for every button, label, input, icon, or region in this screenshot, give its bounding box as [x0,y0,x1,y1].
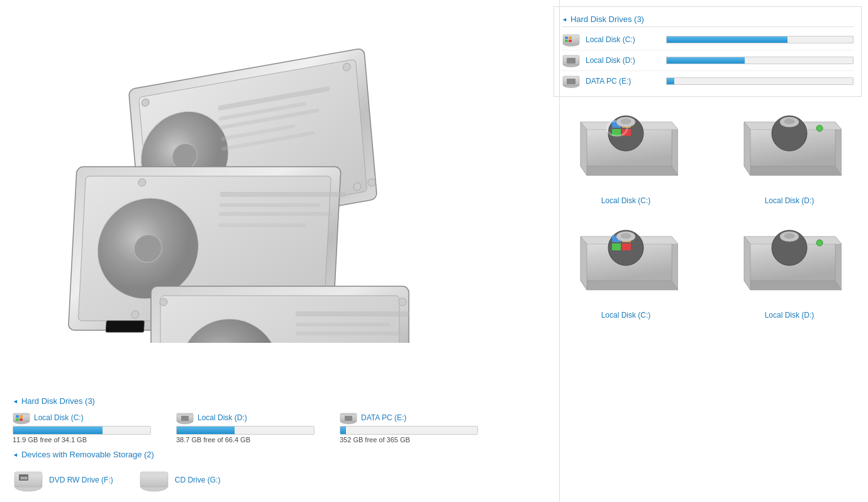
right-disk-c-bar [666,36,854,43]
right-disk-d-row: Local Disk (D:) [562,50,854,71]
disk-d-header: Local Disk (D:) [176,411,327,425]
svg-rect-21 [220,192,346,197]
removable-section-title[interactable]: Devices with Removable Storage (2) [21,450,154,459]
disk-list-panel: ◄ Hard Disk Drives (3) Local Disk (C:) [554,6,862,97]
svg-point-119 [784,233,794,238]
bottom-left-panel: ◄ Hard Disk Drives (3) [0,385,554,502]
svg-marker-99 [581,281,678,290]
disk-item-d: Local Disk (D:) 38.7 GB free of 66.4 GB [176,411,327,443]
svg-rect-68 [569,36,572,39]
svg-rect-66 [563,35,579,44]
svg-point-18 [368,179,376,186]
removable-collapse-arrow[interactable]: ◄ [13,452,18,458]
svg-rect-52 [181,416,189,421]
svg-rect-36 [296,323,390,326]
svg-marker-112 [835,237,842,290]
svg-rect-64 [140,472,168,475]
cd-drive-item: CD Drive (G:) [138,464,221,496]
icon-disk-d-top: Local Disk (D:) [717,109,862,205]
disk-c-label[interactable]: Local Disk (C:) [34,413,84,422]
vertical-divider [559,0,560,502]
svg-marker-111 [744,281,842,290]
svg-text:DVD: DVD [21,476,28,480]
large-disk-d-top-svg [738,109,842,191]
svg-rect-23 [219,212,332,216]
right-disk-c-fill [667,36,787,43]
svg-rect-108 [622,243,631,250]
icon-disk-c-top: Local Disk (C:) [554,109,698,205]
svg-marker-90 [744,166,842,176]
disk-e-info: 352 GB free of 365 GB [340,436,491,443]
right-disk-e-bar [666,77,854,85]
svg-marker-94 [744,122,750,176]
dvd-drive-item: DVD DVD RW Drive (F:) [13,464,113,496]
disk-e-header: DATA PC (E:) [340,411,491,425]
right-disk-e-label[interactable]: DATA PC (E:) [586,77,661,86]
dvd-drive-label[interactable]: DVD RW Drive (F:) [49,476,113,484]
svg-rect-35 [296,311,409,316]
cd-drive-label[interactable]: CD Drive (G:) [175,476,221,484]
svg-rect-76 [567,79,576,84]
hdd-section-header: ◄ Hard Disk Drives (3) [13,396,541,406]
svg-marker-91 [835,122,842,176]
disk-d-bar-fill [177,427,235,434]
disk-e-bar-fill [340,427,346,434]
svg-marker-100 [672,237,678,290]
disk-c-info: 11.9 GB free of 34.1 GB [13,436,164,443]
svg-point-31 [160,298,167,306]
icon-disk-c-bottom-label[interactable]: Local Disk (C:) [601,311,651,320]
large-disk-d-bottom-svg [738,224,842,306]
icon-disk-d-bottom-label[interactable]: Local Disk (D:) [765,311,815,320]
svg-marker-77 [581,166,678,176]
svg-point-19 [131,311,140,318]
svg-point-96 [816,125,823,131]
right-disk-c-label[interactable]: Local Disk (C:) [586,35,661,44]
disk-item-c: Local Disk (C:) 11.9 GB free of 34.1 GB [13,411,164,443]
svg-point-89 [621,119,631,124]
svg-point-17 [138,179,147,186]
svg-rect-56 [345,416,352,421]
right-disk-d-fill [667,57,745,64]
right-hdd-title[interactable]: Hard Disk Drives (3) [570,14,644,24]
disk-d-bar [176,426,314,435]
svg-rect-37 [296,332,403,335]
right-collapse-arrow[interactable]: ◄ [562,16,567,23]
disk-d-info: 38.7 GB free of 66.4 GB [176,436,327,443]
svg-rect-25 [106,321,144,332]
svg-point-117 [816,240,823,246]
svg-point-32 [399,298,406,306]
right-disk-d-bar [666,57,854,64]
svg-rect-67 [565,36,568,39]
svg-rect-69 [565,40,568,42]
disk-item-e: DATA PC (E:) 352 GB free of 365 GB [340,411,491,443]
right-disk-e-row: DATA PC (E:) [562,71,854,91]
disk-icons-grid: Local Disk (C:) [554,109,862,320]
dvd-drive-icon: DVD [13,464,44,496]
svg-rect-44 [13,413,30,415]
svg-marker-81 [581,122,587,176]
disk-c-bar [13,426,151,435]
svg-rect-22 [220,203,320,207]
svg-rect-24 [218,223,306,227]
disk-list-bottom: Local Disk (C:) 11.9 GB free of 34.1 GB [13,411,541,443]
right-panel: ◄ Hard Disk Drives (3) Local Disk (C:) [554,6,862,320]
right-disk-d-label[interactable]: Local Disk (D:) [586,56,661,65]
disk-e-icon [340,411,357,425]
svg-rect-47 [16,418,19,421]
disk-c-header: Local Disk (C:) [13,411,164,425]
disk-c-bar-fill [13,427,103,434]
icon-disk-c-top-label[interactable]: Local Disk (C:) [601,196,651,205]
hdd-section-title[interactable]: Hard Disk Drives (3) [21,396,95,406]
disk-d-label[interactable]: Local Disk (D:) [198,413,247,422]
disk-e-label[interactable]: DATA PC (E:) [361,413,406,422]
hdd-collapse-arrow[interactable]: ◄ [13,398,18,404]
svg-rect-45 [16,415,19,418]
svg-rect-70 [569,40,572,42]
cd-drive-icon [138,464,170,496]
icon-disk-d-bottom: Local Disk (D:) [717,224,862,320]
icon-disk-d-top-label[interactable]: Local Disk (D:) [765,196,815,205]
svg-rect-48 [19,418,23,421]
right-disk-c-row: Local Disk (C:) [562,30,854,50]
svg-rect-51 [177,413,193,415]
disk-d-icon [176,411,194,425]
